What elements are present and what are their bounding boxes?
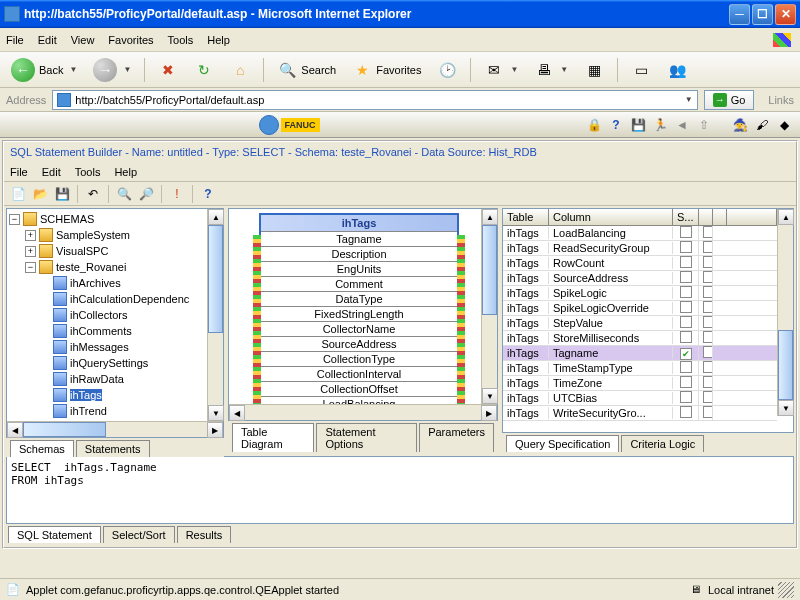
horizontal-scrollbar[interactable]: ◀ ▶ (229, 404, 497, 420)
grid-cell-checkbox[interactable] (699, 271, 713, 285)
tree-schema[interactable]: +SampleSystem (9, 227, 207, 243)
sql-menu-edit[interactable]: Edit (42, 166, 61, 178)
scroll-right-icon[interactable]: ▶ (481, 405, 497, 421)
tab-query-specification[interactable]: Query Specification (506, 435, 619, 452)
diagram-column[interactable]: CollectionType (261, 352, 457, 367)
scroll-left-icon[interactable]: ◀ (7, 422, 23, 438)
menu-help[interactable]: Help (207, 34, 230, 46)
grid-header-s[interactable]: S... (673, 209, 699, 225)
favorites-button[interactable]: ★Favorites (345, 56, 428, 84)
scroll-down-icon[interactable]: ▼ (778, 400, 794, 416)
diagram-column[interactable]: Description (261, 247, 457, 262)
grid-cell-checkbox[interactable] (699, 406, 713, 420)
address-input[interactable]: http://batch55/ProficyPortal/default.asp… (52, 90, 697, 110)
chevron-down-icon[interactable]: ▼ (685, 95, 693, 104)
tree-table[interactable]: ihMessages (9, 339, 207, 355)
grid-cell-checkbox[interactable] (673, 301, 699, 315)
grid-cell-checkbox[interactable] (699, 346, 713, 360)
diagram-title[interactable]: ihTags (261, 215, 457, 232)
maximize-button[interactable]: ☐ (752, 4, 773, 25)
tree-table[interactable]: ihQuerySettings (9, 355, 207, 371)
menu-view[interactable]: View (71, 34, 95, 46)
grid-row[interactable]: ihTagsStoreMilliseconds (503, 331, 777, 346)
sql-menu-file[interactable]: File (10, 166, 28, 178)
grid-row[interactable]: ihTagsTagname✔ (503, 346, 777, 361)
grid-row[interactable]: ihTagsUTCBias (503, 391, 777, 406)
help-icon[interactable]: ? (198, 184, 218, 204)
edit-button[interactable]: ▦ (577, 56, 611, 84)
tab-statements[interactable]: Statements (76, 440, 150, 457)
grid-cell-checkbox[interactable] (699, 391, 713, 405)
grid-cell-checkbox[interactable] (673, 406, 699, 420)
grid-row[interactable]: ihTagsSpikeLogicOverride (503, 301, 777, 316)
horizontal-scrollbar[interactable]: ◀ ▶ (7, 421, 223, 437)
grid-cell-checkbox[interactable] (699, 241, 713, 255)
tree-table[interactable]: ihComments (9, 323, 207, 339)
grid-cell-checkbox[interactable] (673, 376, 699, 390)
close-button[interactable]: ✕ (775, 4, 796, 25)
stop-button[interactable]: ✖ (151, 56, 185, 84)
schema-tree[interactable]: −SCHEMAS+SampleSystem+VisualSPC−teste_Ro… (7, 209, 223, 421)
grid-row[interactable]: ihTagsLoadBalancing (503, 226, 777, 241)
tree-root[interactable]: −SCHEMAS (9, 211, 207, 227)
tab-schemas[interactable]: Schemas (10, 440, 74, 457)
wizard-icon[interactable]: 🧙 (732, 117, 748, 133)
diagram-column[interactable]: CollectorName (261, 322, 457, 337)
diagram-column[interactable]: Tagname (261, 232, 457, 247)
tree-table[interactable]: ihTrend (9, 403, 207, 419)
scroll-down-icon[interactable]: ▼ (482, 388, 498, 404)
grid-cell-checkbox[interactable] (699, 331, 713, 345)
sql-menu-tools[interactable]: Tools (75, 166, 101, 178)
tree-table[interactable]: ihCalculationDependenc (9, 291, 207, 307)
grid-row[interactable]: ihTagsStepValue (503, 316, 777, 331)
diagram-column[interactable]: EngUnits (261, 262, 457, 277)
grid-cell-checkbox[interactable] (699, 256, 713, 270)
tree-table[interactable]: ihArchives (9, 275, 207, 291)
tab-results[interactable]: Results (177, 526, 232, 543)
zoom-in-icon[interactable]: 🔍 (114, 184, 134, 204)
links-label[interactable]: Links (768, 94, 794, 106)
save-icon[interactable]: 💾 (630, 117, 646, 133)
tab-parameters[interactable]: Parameters (419, 423, 494, 452)
run-icon[interactable]: 🏃 (652, 117, 668, 133)
tree-schema[interactable]: −teste_Rovanei (9, 259, 207, 275)
grid-cell-checkbox[interactable] (699, 361, 713, 375)
new-icon[interactable]: 📄 (8, 184, 28, 204)
grid-cell-checkbox[interactable] (673, 271, 699, 285)
nav-up-icon[interactable]: ⇧ (696, 117, 712, 133)
tab-select-sort[interactable]: Select/Sort (103, 526, 175, 543)
lock-icon[interactable]: 🔒 (586, 117, 602, 133)
diagram-column[interactable]: FixedStringLength (261, 307, 457, 322)
paint-icon[interactable]: 🖌 (754, 117, 770, 133)
refresh-button[interactable]: ↻ (187, 56, 221, 84)
print-button[interactable]: 🖶▼ (527, 56, 575, 84)
grid-header-column[interactable]: Column (549, 209, 673, 225)
grid-header-blank1[interactable] (699, 209, 713, 225)
diagram-table-ihtags[interactable]: ihTags TagnameDescriptionEngUnitsComment… (259, 213, 459, 404)
open-icon[interactable]: 📂 (30, 184, 50, 204)
grid-cell-checkbox[interactable] (699, 301, 713, 315)
grid-cell-checkbox[interactable] (673, 361, 699, 375)
help-icon[interactable]: ? (608, 117, 624, 133)
scroll-left-icon[interactable]: ◀ (229, 405, 245, 421)
resize-grip[interactable] (778, 582, 794, 598)
grid-cell-checkbox[interactable] (699, 226, 713, 240)
grid-row[interactable]: ihTagsReadSecurityGroup (503, 241, 777, 256)
grid-cell-checkbox[interactable] (699, 376, 713, 390)
grid-cell-checkbox[interactable] (699, 316, 713, 330)
menu-tools[interactable]: Tools (168, 34, 194, 46)
diagram-column[interactable]: Comment (261, 277, 457, 292)
save-icon[interactable]: 💾 (52, 184, 72, 204)
grid-header-blank3[interactable] (727, 209, 777, 225)
scroll-up-icon[interactable]: ▲ (482, 209, 498, 225)
grid-header-table[interactable]: Table (503, 209, 549, 225)
grid-cell-checkbox[interactable] (673, 256, 699, 270)
scroll-up-icon[interactable]: ▲ (778, 209, 794, 225)
search-button[interactable]: 🔍Search (270, 56, 343, 84)
home-button[interactable]: ⌂ (223, 56, 257, 84)
discuss-button[interactable]: ▭ (624, 56, 658, 84)
tree-table[interactable]: ihTags (9, 387, 207, 403)
minimize-button[interactable]: ─ (729, 4, 750, 25)
tree-schema[interactable]: +VisualSPC (9, 243, 207, 259)
grid-row[interactable]: ihTagsSourceAddress (503, 271, 777, 286)
